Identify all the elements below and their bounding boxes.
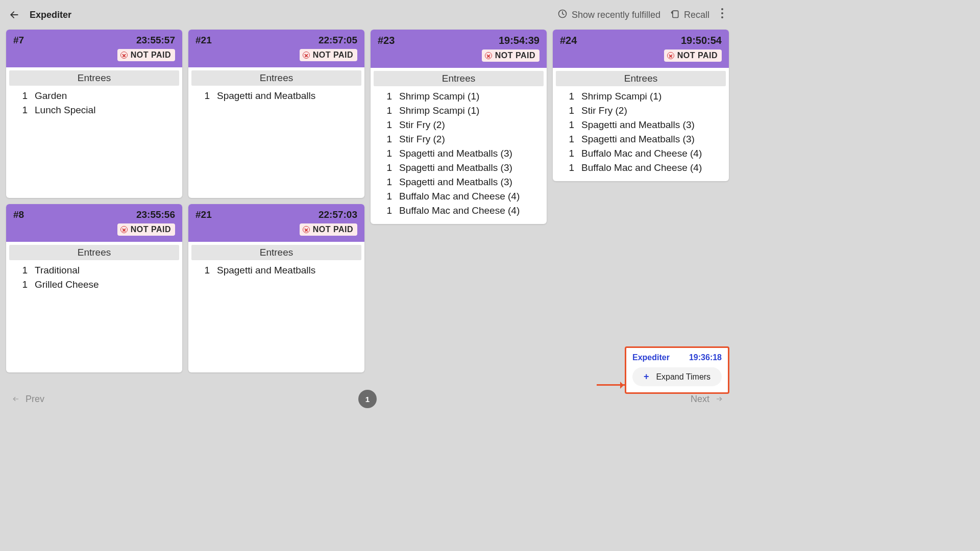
recall-icon bbox=[670, 9, 680, 21]
ticket-header: #823:55:56NOT PAID bbox=[6, 204, 182, 242]
ticket-item[interactable]: 1Spagetti and Meatballs (3) bbox=[557, 132, 725, 146]
ticket-header: #2419:50:54NOT PAID bbox=[553, 30, 729, 68]
ticket-item[interactable]: 1Spagetti and Meatballs (3) bbox=[557, 118, 725, 132]
section-header: Entrees bbox=[191, 70, 361, 86]
item-name: Garden bbox=[35, 90, 67, 102]
item-qty: 1 bbox=[10, 265, 28, 276]
item-name: Buffalo Mac and Cheese (4) bbox=[581, 148, 702, 159]
ticket-item[interactable]: 1Stir Fry (2) bbox=[375, 118, 543, 132]
ticket-header: #2122:57:05NOT PAID bbox=[188, 30, 364, 67]
ticket-item[interactable]: 1Buffalo Mac and Cheese (4) bbox=[375, 204, 543, 218]
ticket-item[interactable]: 1Buffalo Mac and Cheese (4) bbox=[375, 189, 543, 204]
section-header: Entrees bbox=[556, 71, 726, 86]
not-paid-icon bbox=[303, 52, 310, 59]
item-name: Shrimp Scampi (1) bbox=[399, 91, 479, 102]
ticket-item[interactable]: 1Spagetti and Meatballs (3) bbox=[375, 161, 543, 175]
item-name: Stir Fry (2) bbox=[399, 119, 445, 131]
payment-status-badge: NOT PAID bbox=[664, 49, 722, 62]
ticket-column: #2419:50:54NOT PAIDEntrees1Shrimp Scampi… bbox=[553, 30, 729, 372]
ticket-items: 1Shrimp Scampi (1)1Shrimp Scampi (1)1Sti… bbox=[371, 88, 547, 224]
ticket-item[interactable]: 1Stir Fry (2) bbox=[375, 132, 543, 146]
ticket-id: #21 bbox=[195, 35, 212, 46]
item-name: Buffalo Mac and Cheese (4) bbox=[581, 162, 702, 173]
ticket-item[interactable]: 1Shrimp Scampi (1) bbox=[375, 89, 543, 104]
ticket[interactable]: #2122:57:05NOT PAIDEntrees1Spagetti and … bbox=[188, 30, 364, 198]
ticket-column: #2122:57:05NOT PAIDEntrees1Spagetti and … bbox=[188, 30, 364, 372]
item-qty: 1 bbox=[375, 148, 392, 159]
timer-widget-time: 19:36:18 bbox=[689, 353, 722, 362]
item-name: Stir Fry (2) bbox=[581, 105, 627, 116]
item-qty: 1 bbox=[375, 177, 392, 188]
ticket-item[interactable]: 1Spagetti and Meatballs bbox=[192, 89, 360, 103]
item-name: Lunch Special bbox=[35, 105, 95, 116]
ticket-items: 1Spagetti and Meatballs bbox=[188, 262, 364, 284]
ticket-item[interactable]: 1Garden bbox=[10, 89, 178, 103]
ticket-header: #2319:54:39NOT PAID bbox=[371, 30, 547, 68]
ticket-item[interactable]: 1Stir Fry (2) bbox=[557, 104, 725, 118]
ticket[interactable]: #723:55:57NOT PAIDEntrees1Garden1Lunch S… bbox=[6, 30, 182, 198]
payment-status-badge: NOT PAID bbox=[482, 49, 540, 62]
ticket[interactable]: #2419:50:54NOT PAIDEntrees1Shrimp Scampi… bbox=[553, 30, 729, 181]
ticket-timer: 19:50:54 bbox=[681, 35, 722, 46]
page-number: 1 bbox=[365, 395, 370, 404]
item-name: Grilled Cheese bbox=[35, 279, 99, 290]
ticket-timer: 23:55:57 bbox=[136, 35, 175, 46]
footer-bar: Prev 1 Next bbox=[0, 385, 735, 413]
item-name: Spagetti and Meatballs (3) bbox=[399, 148, 512, 159]
ticket-item[interactable]: 1Spagetti and Meatballs (3) bbox=[375, 175, 543, 189]
expand-timers-button[interactable]: + Expand Timers bbox=[632, 367, 722, 386]
ticket-item[interactable]: 1Spagetti and Meatballs (3) bbox=[375, 146, 543, 161]
ticket-timer: 22:57:05 bbox=[318, 35, 357, 46]
ticket-item[interactable]: 1Shrimp Scampi (1) bbox=[375, 104, 543, 118]
ticket-timer: 23:55:56 bbox=[136, 209, 175, 220]
ticket-item[interactable]: 1Shrimp Scampi (1) bbox=[557, 89, 725, 104]
item-name: Spagetti and Meatballs (3) bbox=[581, 134, 695, 145]
item-qty: 1 bbox=[192, 265, 210, 276]
svg-point-3 bbox=[721, 8, 723, 10]
svg-rect-2 bbox=[673, 11, 678, 17]
ticket-timer: 19:54:39 bbox=[499, 35, 540, 46]
section-header: Entrees bbox=[374, 71, 544, 86]
page-indicator[interactable]: 1 bbox=[358, 390, 377, 408]
ticket-id: #7 bbox=[13, 35, 24, 46]
item-qty: 1 bbox=[192, 90, 210, 102]
ticket-item[interactable]: 1Buffalo Mac and Cheese (4) bbox=[557, 161, 725, 175]
item-name: Buffalo Mac and Cheese (4) bbox=[399, 191, 520, 202]
ticket[interactable]: #2122:57:03NOT PAIDEntrees1Spagetti and … bbox=[188, 204, 364, 372]
item-name: Stir Fry (2) bbox=[399, 134, 445, 145]
ticket-item[interactable]: 1Traditional bbox=[10, 263, 178, 278]
ticket-board: #723:55:57NOT PAIDEntrees1Garden1Lunch S… bbox=[0, 30, 735, 372]
prev-label: Prev bbox=[26, 394, 44, 405]
svg-point-4 bbox=[721, 12, 723, 14]
back-arrow-icon[interactable] bbox=[9, 10, 19, 20]
ticket[interactable]: #2319:54:39NOT PAIDEntrees1Shrimp Scampi… bbox=[371, 30, 547, 224]
item-qty: 1 bbox=[375, 134, 392, 145]
payment-status-label: NOT PAID bbox=[131, 225, 171, 234]
payment-status-label: NOT PAID bbox=[495, 51, 535, 60]
item-name: Spagetti and Meatballs bbox=[217, 90, 315, 102]
not-paid-icon bbox=[667, 52, 674, 59]
not-paid-icon bbox=[120, 52, 128, 59]
ticket-item[interactable]: 1Buffalo Mac and Cheese (4) bbox=[557, 146, 725, 161]
ticket-item[interactable]: 1Grilled Cheese bbox=[10, 278, 178, 292]
payment-status-badge: NOT PAID bbox=[117, 223, 175, 236]
next-button[interactable]: Next bbox=[691, 394, 724, 405]
top-bar: Expediter Show recently fulfilled Recall bbox=[0, 0, 735, 30]
plus-icon: + bbox=[644, 371, 649, 382]
prev-button[interactable]: Prev bbox=[11, 394, 44, 405]
item-qty: 1 bbox=[375, 162, 392, 173]
ticket-column: #2319:54:39NOT PAIDEntrees1Shrimp Scampi… bbox=[371, 30, 547, 372]
ticket-item[interactable]: 1Lunch Special bbox=[10, 103, 178, 117]
ticket-items: 1Traditional1Grilled Cheese bbox=[6, 262, 182, 298]
ticket[interactable]: #823:55:56NOT PAIDEntrees1Traditional1Gr… bbox=[6, 204, 182, 372]
ticket-timer: 22:57:03 bbox=[318, 209, 357, 220]
payment-status-badge: NOT PAID bbox=[300, 223, 357, 236]
recall-button[interactable]: Recall bbox=[670, 9, 709, 21]
show-recently-fulfilled-button[interactable]: Show recently fulfilled bbox=[557, 9, 660, 21]
overflow-menu-button[interactable] bbox=[719, 8, 726, 22]
ticket-item[interactable]: 1Spagetti and Meatballs bbox=[192, 263, 360, 278]
item-qty: 1 bbox=[557, 119, 574, 131]
item-qty: 1 bbox=[557, 134, 574, 145]
section-header: Entrees bbox=[9, 70, 179, 86]
timer-widget-title: Expediter bbox=[632, 353, 670, 362]
